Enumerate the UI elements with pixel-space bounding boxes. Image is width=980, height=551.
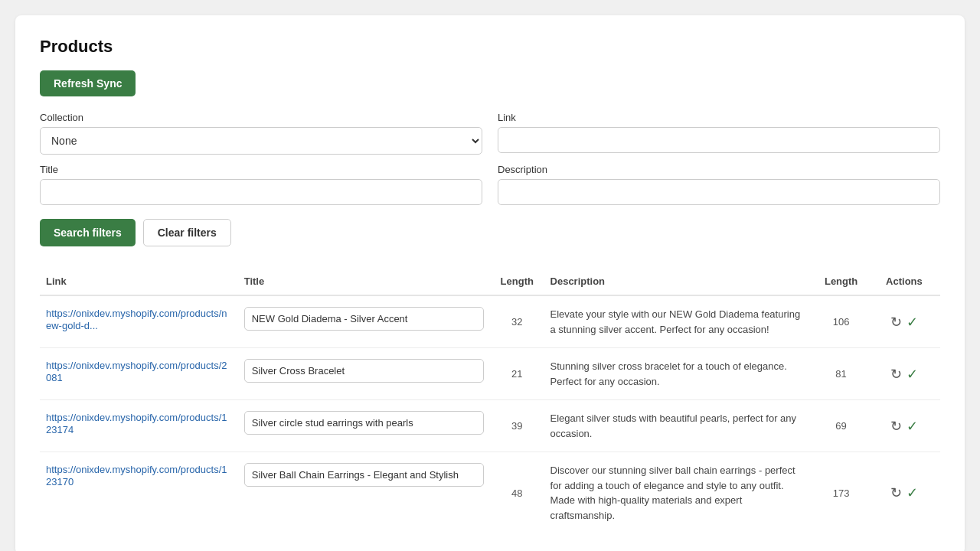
title-filter-group: Title [40, 164, 482, 205]
desc-length: 106 [814, 295, 868, 348]
link-cell: https://onixdev.myshopify.com/products/n… [40, 295, 238, 348]
products-table: Link Title Length Description Length Act… [40, 268, 940, 533]
table-row: https://onixdev.myshopify.com/products/1… [40, 452, 940, 534]
confirm-icon[interactable]: ✓ [906, 366, 918, 383]
confirm-icon[interactable]: ✓ [906, 314, 918, 331]
refresh-icon[interactable]: ↻ [890, 366, 902, 383]
link-cell: https://onixdev.myshopify.com/products/1… [40, 400, 238, 452]
link-input[interactable] [498, 127, 940, 153]
refresh-icon[interactable]: ↻ [890, 314, 902, 331]
filters-grid: Collection None Earrings Bracelets Neckl… [40, 112, 940, 205]
actions-cell: ↻✓ [868, 452, 940, 534]
table-header-row: Link Title Length Description Length Act… [40, 268, 940, 295]
description-input[interactable] [498, 179, 940, 205]
desc-length: 173 [814, 452, 868, 534]
title-label: Title [40, 164, 482, 175]
col-header-link: Link [40, 268, 238, 295]
title-length: 32 [490, 295, 544, 348]
product-link[interactable]: https://onixdev.myshopify.com/products/1… [46, 412, 227, 435]
col-header-actions: Actions [868, 268, 940, 295]
col-header-description: Description [544, 268, 815, 295]
product-link[interactable]: https://onixdev.myshopify.com/products/1… [46, 464, 227, 487]
product-link[interactable]: https://onixdev.myshopify.com/products/2… [46, 360, 227, 383]
clear-filters-button[interactable]: Clear filters [143, 219, 231, 246]
filter-buttons: Search filters Clear filters [40, 219, 940, 246]
link-label: Link [498, 112, 940, 123]
product-link[interactable]: https://onixdev.myshopify.com/products/n… [46, 308, 227, 331]
search-filters-button[interactable]: Search filters [40, 219, 136, 246]
title-input[interactable] [40, 179, 482, 205]
title-length: 39 [490, 400, 544, 452]
description-cell: Discover our stunning silver ball chain … [544, 452, 815, 534]
description-cell: Stunning silver cross bracelet for a tou… [544, 348, 815, 400]
link-cell: https://onixdev.myshopify.com/products/2… [40, 348, 238, 400]
collection-filter-group: Collection None Earrings Bracelets Neckl… [40, 112, 482, 155]
refresh-icon[interactable]: ↻ [890, 418, 902, 435]
refresh-sync-button[interactable]: Refresh Sync [40, 70, 136, 96]
description-filter-group: Description [498, 164, 940, 205]
col-header-length: Length [490, 268, 544, 295]
main-card: Products Refresh Sync Collection None Ea… [15, 15, 965, 551]
col-header-title: Title [238, 268, 490, 295]
actions-cell: ↻✓ [868, 348, 940, 400]
description-label: Description [498, 164, 940, 175]
title-cell [238, 295, 490, 348]
table-row: https://onixdev.myshopify.com/products/1… [40, 400, 940, 452]
title-field[interactable] [244, 463, 484, 487]
desc-length: 69 [814, 400, 868, 452]
page-title: Products [40, 37, 940, 57]
description-cell: Elegant silver studs with beautiful pear… [544, 400, 815, 452]
title-length: 21 [490, 348, 544, 400]
actions-cell: ↻✓ [868, 295, 940, 348]
title-field[interactable] [244, 359, 484, 383]
confirm-icon[interactable]: ✓ [906, 484, 918, 501]
title-field[interactable] [244, 307, 484, 331]
title-cell [238, 348, 490, 400]
col-header-desc-length: Length [814, 268, 868, 295]
title-cell [238, 452, 490, 534]
title-length: 48 [490, 452, 544, 534]
link-filter-group: Link [498, 112, 940, 155]
collection-select[interactable]: None Earrings Bracelets Necklaces [40, 127, 482, 155]
actions-cell: ↻✓ [868, 400, 940, 452]
title-field[interactable] [244, 411, 484, 435]
confirm-icon[interactable]: ✓ [906, 418, 918, 435]
table-row: https://onixdev.myshopify.com/products/2… [40, 348, 940, 400]
collection-label: Collection [40, 112, 482, 123]
title-cell [238, 400, 490, 452]
table-row: https://onixdev.myshopify.com/products/n… [40, 295, 940, 348]
link-cell: https://onixdev.myshopify.com/products/1… [40, 452, 238, 534]
description-cell: Elevate your style with our NEW Gold Dia… [544, 295, 815, 348]
desc-length: 81 [814, 348, 868, 400]
refresh-icon[interactable]: ↻ [890, 484, 902, 501]
